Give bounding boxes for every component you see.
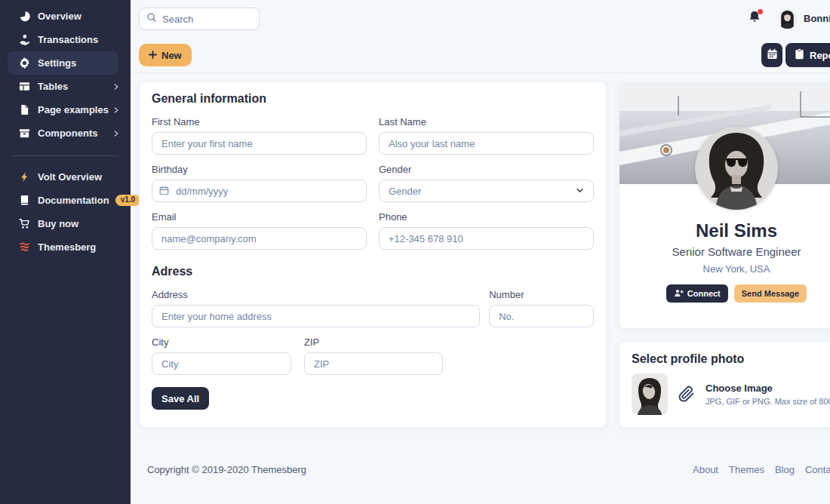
new-button[interactable]: New	[139, 44, 192, 66]
hand-coin-icon	[19, 34, 30, 45]
sidebar-item-page-examples[interactable]: Page examples	[0, 98, 131, 121]
profile-role: Senior Software Engineer	[619, 245, 830, 258]
last-name-label: Last Name	[379, 116, 594, 128]
avatar[interactable]	[777, 8, 798, 29]
notifications-button[interactable]	[747, 8, 762, 29]
city-row: City ZIP	[152, 337, 594, 375]
connect-button-label: Connect	[687, 289, 721, 298]
footer-link-themes[interactable]: Themes	[729, 464, 764, 475]
sidebar-item-label: Buy now	[38, 218, 78, 229]
calendar-button[interactable]	[761, 43, 782, 67]
user-name[interactable]: Bonnie Green	[804, 13, 830, 24]
birthday-input[interactable]	[152, 180, 367, 202]
sidebar-item-volt-overview[interactable]: Volt Overview	[0, 165, 131, 189]
city-input[interactable]	[152, 352, 291, 375]
photo-row: Choose Image JPG, GIF or PNG. Max size o…	[632, 373, 830, 415]
first-name-input[interactable]	[152, 132, 367, 155]
copyright-text: Copyright © 2019-2020 Themesberg	[147, 464, 306, 475]
profile-name: Neil Sims	[619, 220, 830, 241]
sidebar-item-overview[interactable]: Overview	[0, 5, 131, 28]
address-label: Address	[152, 289, 480, 300]
footer-link-about[interactable]: About	[693, 464, 718, 475]
phone-input[interactable]	[379, 227, 594, 250]
sidebar-item-transactions[interactable]: Transactions	[0, 28, 131, 51]
email-field: Email	[152, 211, 367, 250]
last-name-input[interactable]	[379, 132, 594, 155]
toolbar: New Reports	[131, 38, 830, 73]
footer-link-blog[interactable]: Blog	[775, 464, 795, 475]
profile-photo-thumbnail	[632, 373, 668, 415]
chevron-right-icon	[112, 130, 120, 137]
sidebar-item-label: Page examples	[38, 104, 109, 115]
address-field: Address	[152, 289, 480, 327]
sidebar-item-label: Components	[38, 128, 97, 139]
gender-select-value: Gender	[389, 186, 421, 197]
profile-card: Neil Sims Senior Software Engineer New Y…	[619, 81, 830, 329]
table-icon	[19, 81, 30, 92]
sidebar-item-buy-now[interactable]: Buy now	[0, 212, 131, 235]
save-all-button[interactable]: Save All	[152, 387, 209, 410]
phone-field: Phone	[379, 211, 594, 250]
new-button-label: New	[161, 50, 182, 61]
toolbar-right: Reports	[761, 43, 830, 67]
right-column: Neil Sims Senior Software Engineer New Y…	[619, 81, 830, 428]
sidebar-item-documentation[interactable]: Documentation v1.0	[0, 189, 131, 212]
send-message-button[interactable]: Send Message	[734, 284, 807, 303]
sidebar-item-label: Volt Overview	[38, 171, 102, 183]
profile-actions: Connect Send Message	[619, 284, 830, 303]
sidebar-item-label: Transactions	[38, 34, 98, 45]
general-information-card: General information First Name Last Name…	[139, 81, 607, 428]
themesberg-logo-icon	[19, 241, 30, 253]
city-field: City	[152, 337, 291, 375]
app-root: Overview Transactions Settings Tables	[0, 0, 830, 504]
gender-label: Gender	[379, 164, 594, 175]
choose-image-hint: JPG, GIF or PNG. Max size of 800K	[706, 397, 830, 406]
sidebar-item-settings[interactable]: Settings	[8, 51, 118, 75]
topbar: Bonnie Green	[131, 0, 830, 38]
sidebar-secondary-nav: Volt Overview Documentation v1.0 Buy now	[0, 165, 131, 259]
address-section-title: Adress	[152, 265, 594, 278]
general-fields-grid: First Name Last Name Birthday	[152, 116, 594, 250]
first-name-field: First Name	[152, 116, 367, 155]
last-name-field: Last Name	[379, 116, 594, 155]
archive-box-icon	[19, 128, 30, 139]
number-label: Number	[489, 289, 594, 300]
content: General information First Name Last Name…	[131, 73, 830, 428]
select-photo-card: Select profile photo	[619, 341, 830, 428]
general-information-title: General information	[152, 92, 594, 106]
zip-label: ZIP	[304, 337, 443, 348]
lightning-bolt-icon	[19, 171, 30, 183]
email-input[interactable]	[152, 227, 367, 250]
footer-links: About Themes Blog Contact	[693, 464, 830, 475]
sidebar-item-themesberg[interactable]: Themesberg	[0, 235, 131, 259]
reports-button[interactable]: Reports	[785, 43, 830, 67]
number-input[interactable]	[489, 305, 594, 327]
calendar-icon	[159, 186, 169, 195]
zip-field: ZIP	[304, 337, 443, 375]
sidebar-item-tables[interactable]: Tables	[0, 75, 131, 98]
sidebar-item-label: Documentation	[38, 195, 109, 206]
address-input[interactable]	[152, 305, 480, 327]
sidebar-item-components[interactable]: Components	[0, 121, 131, 145]
search-icon	[146, 12, 157, 26]
document-icon	[19, 104, 30, 115]
shopping-cart-icon	[19, 218, 30, 229]
plus-icon	[149, 50, 157, 61]
search-input[interactable]	[162, 14, 252, 25]
gender-select[interactable]: Gender	[379, 180, 594, 202]
reports-button-label: Reports	[810, 50, 830, 61]
calendar-icon	[767, 48, 778, 62]
search-input-wrapper	[139, 8, 260, 30]
pie-chart-icon	[19, 11, 30, 22]
number-field: Number	[489, 289, 594, 327]
footer-link-contact[interactable]: Contact	[805, 464, 830, 475]
notification-dot	[758, 9, 763, 14]
zip-input[interactable]	[304, 352, 443, 375]
connect-button[interactable]: Connect	[666, 284, 728, 303]
birthday-field: Birthday	[152, 164, 367, 202]
main-area: Bonnie Green New	[131, 0, 830, 504]
choose-image-label[interactable]: Choose Image	[706, 383, 830, 394]
sidebar-item-label: Settings	[38, 57, 76, 69]
first-name-label: First Name	[152, 116, 367, 128]
gender-field: Gender Gender	[379, 164, 594, 202]
